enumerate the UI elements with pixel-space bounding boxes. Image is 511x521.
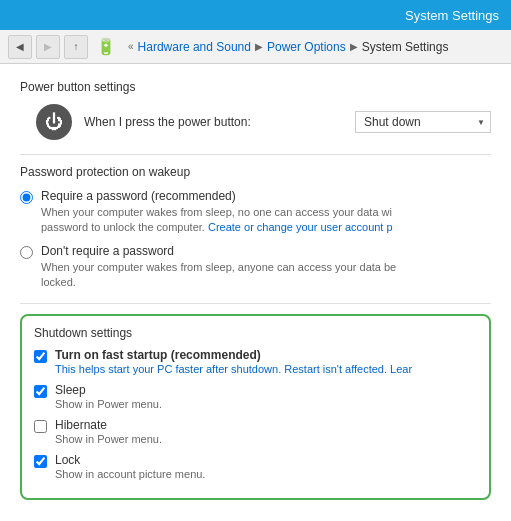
title-bar: System Settings — [0, 0, 511, 30]
no-password-text: Don't require a password When your compu… — [41, 244, 396, 291]
breadcrumb-system-settings: System Settings — [362, 40, 449, 54]
lock-option: Lock Show in account picture menu. — [34, 453, 477, 480]
breadcrumb-sep-2: ▶ — [350, 41, 358, 52]
fast-startup-option: Turn on fast startup (recommended) This … — [34, 348, 477, 375]
no-password-radio[interactable] — [20, 246, 33, 259]
shutdown-section-title: Shutdown settings — [34, 326, 477, 340]
power-button-row: ⏻ When I press the power button: Shut do… — [36, 104, 491, 140]
breadcrumb-sep-1: ▶ — [255, 41, 263, 52]
content-area: Power button settings ⏻ When I press the… — [0, 64, 511, 521]
password-section-title: Password protection on wakeup — [20, 165, 491, 179]
divider-1 — [20, 154, 491, 155]
hibernate-option: Hibernate Show in Power menu. — [34, 418, 477, 445]
password-section: Password protection on wakeup Require a … — [20, 165, 491, 291]
require-password-text: Require a password (recommended) When yo… — [41, 189, 393, 236]
breadcrumb-hardware-sound[interactable]: Hardware and Sound — [138, 40, 251, 54]
window-title: System Settings — [405, 8, 499, 23]
forward-icon: ▶ — [44, 41, 52, 52]
power-button-label: When I press the power button: — [84, 115, 343, 129]
shutdown-section: Shutdown settings Turn on fast startup (… — [20, 314, 491, 500]
power-action-dropdown-wrapper[interactable]: Shut down Do nothing Sleep Hibernate Tur… — [355, 111, 491, 133]
no-password-option: Don't require a password When your compu… — [20, 244, 491, 291]
up-icon: ↑ — [74, 41, 79, 52]
up-button[interactable]: ↑ — [64, 35, 88, 59]
lock-text: Lock Show in account picture menu. — [55, 453, 205, 480]
lock-label: Lock — [55, 453, 205, 467]
power-icon: ⏻ — [36, 104, 72, 140]
fast-startup-text: Turn on fast startup (recommended) This … — [55, 348, 412, 375]
hibernate-text: Hibernate Show in Power menu. — [55, 418, 162, 445]
sleep-desc: Show in Power menu. — [55, 398, 162, 410]
require-password-label: Require a password (recommended) — [41, 189, 393, 203]
sleep-option: Sleep Show in Power menu. — [34, 383, 477, 410]
app-icon: 🔋 — [96, 37, 116, 56]
breadcrumb-arrow: « — [128, 41, 134, 52]
power-action-dropdown[interactable]: Shut down Do nothing Sleep Hibernate Tur… — [355, 111, 491, 133]
sleep-text: Sleep Show in Power menu. — [55, 383, 162, 410]
power-button-section-title: Power button settings — [20, 80, 491, 94]
sleep-checkbox[interactable] — [34, 385, 47, 398]
back-icon: ◀ — [16, 41, 24, 52]
forward-button[interactable]: ▶ — [36, 35, 60, 59]
breadcrumb-power-options[interactable]: Power Options — [267, 40, 346, 54]
nav-bar: ◀ ▶ ↑ 🔋 « Hardware and Sound ▶ Power Opt… — [0, 30, 511, 64]
require-password-desc: When your computer wakes from sleep, no … — [41, 205, 393, 236]
divider-2 — [20, 303, 491, 304]
fast-startup-desc: This helps start your PC faster after sh… — [55, 363, 412, 375]
breadcrumb: « Hardware and Sound ▶ Power Options ▶ S… — [128, 40, 448, 54]
hibernate-desc: Show in Power menu. — [55, 433, 162, 445]
back-button[interactable]: ◀ — [8, 35, 32, 59]
sleep-label: Sleep — [55, 383, 162, 397]
fast-startup-label: Turn on fast startup (recommended) — [55, 348, 412, 362]
lock-checkbox[interactable] — [34, 455, 47, 468]
no-password-label: Don't require a password — [41, 244, 396, 258]
hibernate-label: Hibernate — [55, 418, 162, 432]
create-account-link[interactable]: Create or change your user account p — [208, 221, 393, 233]
require-password-radio[interactable] — [20, 191, 33, 204]
hibernate-checkbox[interactable] — [34, 420, 47, 433]
no-password-desc: When your computer wakes from sleep, any… — [41, 260, 396, 291]
require-password-option: Require a password (recommended) When yo… — [20, 189, 491, 236]
fast-startup-checkbox[interactable] — [34, 350, 47, 363]
lock-desc: Show in account picture menu. — [55, 468, 205, 480]
fast-startup-link[interactable]: Lear — [390, 363, 412, 375]
